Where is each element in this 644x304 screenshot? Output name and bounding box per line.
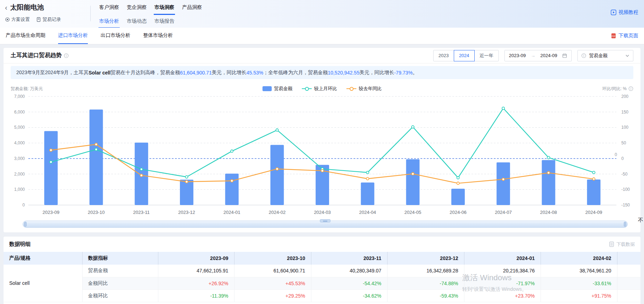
nav-product-lifecycle[interactable]: 产品市场生命周期	[6, 28, 45, 44]
data-detail-card: 数据明细 下载数据 产品/规格数据指标2023-092023-102023-11…	[4, 237, 640, 304]
tab-market-insight[interactable]: 市场洞察	[154, 1, 175, 15]
value-cell: +26.92%	[158, 277, 234, 289]
cutoff-cell	[617, 289, 640, 302]
svg-text:7,000: 7,000	[14, 94, 25, 99]
summary-text: ；全年低峰为六月，贸易金额	[263, 70, 328, 76]
year-2024-button[interactable]: 2024	[454, 50, 475, 61]
svg-text:200: 200	[621, 94, 628, 99]
data-zoom-scrollbar[interactable]	[23, 221, 628, 228]
download-data-button[interactable]: 下载数据	[609, 241, 635, 248]
legend-mom[interactable]: 较上月环比	[302, 85, 337, 92]
svg-text:1,000: 1,000	[14, 187, 25, 192]
chart-title: 土耳其进口贸易趋势	[11, 52, 69, 59]
value-cell: -59.43%	[387, 289, 464, 302]
table-row: Solar cell贸易金额47,662,105.9161,604,900.71…	[4, 265, 640, 277]
value-cell: 61,604,900.71	[234, 265, 311, 277]
value-cell: +23.70%	[464, 289, 541, 302]
tab-customer-insight[interactable]: 客户洞察	[98, 1, 120, 15]
chevron-down-icon	[625, 54, 629, 58]
svg-text:5,000: 5,000	[14, 125, 25, 130]
svg-text:2024-06: 2024-06	[450, 210, 467, 215]
trade-records-link[interactable]: 贸易记录	[36, 16, 61, 23]
col-month-header: 2023-11	[311, 252, 387, 265]
col-month-header: 2023-10	[234, 252, 311, 265]
svg-text:2023-10: 2023-10	[88, 210, 105, 215]
import-trend-chart[interactable]: 7,0006,0005,0004,0003,0002,0001,0000-150…	[4, 94, 640, 221]
subtab-market-dynamics[interactable]: 市场动态	[126, 16, 147, 28]
play-video-icon	[611, 10, 616, 15]
nav-import-analysis[interactable]: 进口市场分析	[58, 28, 88, 44]
zoom-grip-handle[interactable]	[320, 219, 331, 222]
svg-text:2,000: 2,000	[14, 172, 25, 177]
market-analysis-subnav: 产品市场生命周期 进口市场分析 出口市场分析 整体市场分析 PDF 下载页面	[0, 28, 644, 44]
value-cell: 38,764,961.20	[541, 265, 617, 277]
bar-swatch-icon	[262, 86, 272, 91]
col-cutoff-header	[617, 252, 640, 265]
tab-competitor-insight[interactable]: 竞企洞察	[126, 1, 147, 15]
floating-text-cutoff[interactable]: 不	[638, 217, 643, 224]
zoom-handle-left[interactable]	[24, 222, 27, 227]
svg-text:PDF: PDF	[612, 35, 616, 37]
date-range-picker[interactable]: 2023-09 → 2024-09	[504, 50, 572, 61]
chart-legend: 贸易金额 较上月环比 较去年同比	[11, 85, 633, 92]
info-icon[interactable]	[64, 53, 69, 58]
line-marker-icon	[346, 86, 356, 91]
line-marker-icon	[302, 86, 312, 91]
metric-select[interactable]: 贸易金额	[577, 50, 633, 61]
value-cell: +45.53%	[234, 277, 311, 289]
value-cell: 40,280,349.07	[311, 265, 387, 277]
tab-product-insight[interactable]: 产品洞察	[181, 1, 203, 15]
svg-text:2024-03: 2024-03	[314, 210, 331, 215]
summary-highlight-value: 45.53%	[247, 70, 263, 76]
svg-text:0: 0	[22, 203, 25, 208]
value-cell: +29.25%	[234, 289, 311, 302]
legend-yoy[interactable]: 较去年同比	[346, 85, 382, 92]
svg-text:2024-04: 2024-04	[359, 210, 376, 215]
summary-text: 。	[413, 70, 418, 76]
value-cell: -11.39%	[158, 289, 234, 302]
cutoff-cell	[617, 277, 640, 289]
plan-settings-link[interactable]: 方案设置	[5, 16, 30, 23]
table-header-row: 产品/规格数据指标2023-092023-102023-112023-12202…	[4, 252, 640, 265]
nav-overall-analysis[interactable]: 整体市场分析	[143, 28, 173, 44]
top-header-bar: ‹ 太阳能电池 方案设置 贸易记录 客户洞察 竞企洞察 市场洞察 产品洞察 市场…	[0, 0, 644, 28]
col-month-header: 2024-02	[541, 252, 617, 265]
zoom-handle-right[interactable]	[624, 222, 626, 227]
svg-text:-150: -150	[621, 203, 630, 208]
subtab-market-report[interactable]: 市场报告	[154, 16, 175, 28]
svg-text:2023-09: 2023-09	[43, 210, 60, 215]
svg-text:2024-02: 2024-02	[269, 210, 286, 215]
summary-highlight-value: 10,520,942.55	[328, 70, 360, 76]
nav-export-analysis[interactable]: 出口市场分析	[101, 28, 130, 44]
summary-text: Solar cell	[89, 70, 111, 76]
data-detail-table: 产品/规格数据指标2023-092023-102023-112023-12202…	[4, 252, 640, 302]
insight-tabs: 客户洞察 竞企洞察 市场洞察 产品洞察 市场分析 市场动态 市场报告	[98, 1, 203, 28]
summary-highlight-value: 61,604,900.71	[180, 70, 212, 76]
summary-text: 贸易在十月达到高峰，贸易金额	[111, 70, 180, 76]
target-icon	[5, 17, 10, 22]
date-range-arrow: →	[531, 53, 535, 58]
value-cell: -34.62%	[311, 289, 387, 302]
subtab-market-analysis[interactable]: 市场分析	[98, 16, 120, 28]
summary-highlight-value: -79.73%	[394, 70, 413, 76]
value-cell: -71.97%	[464, 277, 541, 289]
year-2023-button[interactable]: 2023	[433, 50, 454, 61]
product-cell: Solar cell	[4, 265, 82, 302]
page-title: 太阳能电池	[10, 3, 44, 12]
value-cell: +91.75%	[541, 289, 617, 302]
col-metric-header: 数据指标	[82, 252, 158, 265]
date-start: 2023-09	[509, 53, 526, 58]
recent-year-button[interactable]: 近一年	[474, 50, 499, 61]
header-divider	[90, 6, 91, 21]
table-row: 金额环比-11.39%+29.25%-34.62%-59.43%+23.70%+…	[4, 289, 640, 302]
workspace-title-block: ‹ 太阳能电池 方案设置 贸易记录	[5, 3, 61, 23]
video-tutorial-button[interactable]: 视频教程	[611, 9, 638, 16]
svg-text:3,000: 3,000	[14, 156, 25, 161]
legend-trade-amount[interactable]: 贸易金额	[262, 85, 293, 92]
back-chevron-icon[interactable]: ‹	[5, 4, 7, 11]
col-month-header: 2024-01	[464, 252, 541, 265]
value-cell: -74.88%	[387, 277, 464, 289]
download-page-button[interactable]: PDF 下载页面	[611, 28, 638, 44]
pdf-file-icon: PDF	[611, 33, 616, 39]
svg-text:100: 100	[621, 125, 628, 130]
